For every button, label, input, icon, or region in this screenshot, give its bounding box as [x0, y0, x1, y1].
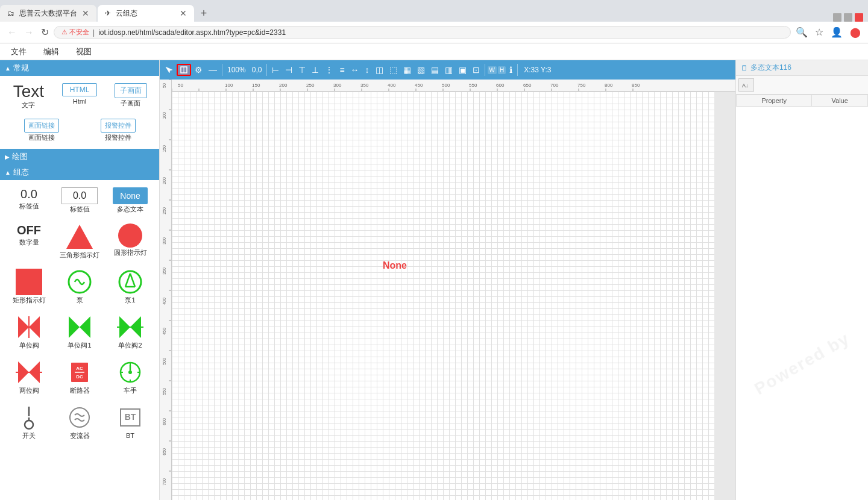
- minus-tool[interactable]: —: [206, 64, 219, 76]
- extension-button[interactable]: ⬤: [848, 24, 863, 40]
- svg-text:600: 600: [496, 83, 505, 88]
- svg-text:A↓: A↓: [742, 83, 749, 89]
- svg-point-22: [128, 370, 132, 374]
- changgui-row1: Text 文字 HTML Html 子画面 子画面: [0, 76, 159, 116]
- tool-a[interactable]: ◫: [373, 64, 386, 76]
- forward-button[interactable]: →: [22, 25, 36, 40]
- circle-icon: [118, 223, 142, 248]
- sidebar-item-kaiguan[interactable]: 开关: [5, 402, 53, 442]
- align-left[interactable]: ⊢: [269, 64, 281, 76]
- refresh-button[interactable]: ↻: [39, 24, 51, 40]
- valve2-red-icon: [16, 359, 42, 386]
- tab-yunzutai-close[interactable]: ✕: [180, 8, 187, 18]
- info-tool[interactable]: ℹ: [507, 64, 515, 76]
- sort-az-button[interactable]: A↓: [738, 78, 754, 92]
- sidebar-item-biaoqianzhi1[interactable]: 0.0 标签值: [5, 185, 53, 216]
- zhumian-button[interactable]: 子画面: [115, 83, 147, 98]
- sidebar-item-danweifa2[interactable]: 单位阀2: [106, 311, 154, 352]
- sidebar-item-beng[interactable]: 泵: [55, 266, 104, 307]
- tool-d[interactable]: ▧: [415, 64, 427, 76]
- right-panel: 🗒 多态文本116 A↓ Property Value Powered by: [735, 60, 868, 500]
- window-restore[interactable]: [844, 13, 852, 22]
- dist-v[interactable]: ↕: [363, 64, 372, 76]
- svg-text:300: 300: [162, 237, 166, 245]
- window-minimize[interactable]: [833, 13, 841, 22]
- svg-text:800: 800: [605, 83, 613, 88]
- label-h[interactable]: H: [498, 66, 506, 74]
- tab-yunzutai[interactable]: ✈ 云组态 ✕: [98, 5, 194, 22]
- tool-g[interactable]: ▣: [456, 64, 469, 76]
- canvas-grid[interactable]: None: [172, 92, 714, 500]
- tab-bar: 🗂 思普云大数据平台 ✕ ✈ 云组态 ✕ +: [0, 0, 868, 22]
- dist-h[interactable]: ↔: [348, 64, 362, 76]
- browser-chrome: 🗂 思普云大数据平台 ✕ ✈ 云组态 ✕ + ← → ↻ ⚠ 不安全 | iot…: [0, 0, 868, 43]
- settings-tool[interactable]: ⚙: [192, 64, 205, 76]
- none-display: None: [113, 187, 147, 204]
- menu-edit[interactable]: 编辑: [40, 45, 63, 58]
- sidebar-item-yuanxing[interactable]: 圆形指示灯: [106, 221, 154, 261]
- sidebar-item-liangweifa[interactable]: 两位阀: [5, 357, 53, 397]
- sidebar-item-biaoqianzhi2[interactable]: 0.0 标签值: [55, 185, 104, 216]
- align-center-h[interactable]: ⊣: [283, 64, 295, 76]
- align-right[interactable]: ⊤: [296, 64, 308, 76]
- tab-siyun[interactable]: 🗂 思普云大数据平台 ✕: [0, 5, 96, 22]
- sidebar-item-danweifa1[interactable]: 单位阀1: [55, 311, 104, 352]
- sidebar-item-bianliuqi[interactable]: 变流器: [55, 402, 104, 442]
- menu-view[interactable]: 视图: [72, 45, 95, 58]
- new-tab-button[interactable]: +: [195, 5, 212, 22]
- sidebar-item-shuziliang[interactable]: OFF 数字量: [5, 221, 53, 261]
- section-changgui[interactable]: ▲ 常规: [0, 60, 159, 76]
- cheshou-label: 车手: [124, 387, 137, 395]
- section-huitu[interactable]: ▶ 绘图: [0, 149, 159, 164]
- section-changgui-arrow: ▲: [5, 65, 11, 72]
- tool-e[interactable]: ▤: [429, 64, 441, 76]
- zoom-offset: 0,0: [250, 66, 265, 74]
- tool-h[interactable]: ⊡: [470, 64, 482, 76]
- sidebar-item-beng1[interactable]: 泵1: [106, 266, 154, 307]
- huamian-button[interactable]: 画面链接: [24, 119, 59, 133]
- valve-green1-icon: [66, 314, 93, 340]
- sidebar-item-html[interactable]: HTML Html: [56, 81, 104, 111]
- sidebar-item-cheshou[interactable]: 车手: [106, 357, 154, 397]
- menu-file[interactable]: 文件: [7, 45, 30, 58]
- tab-siyun-close[interactable]: ✕: [82, 8, 89, 18]
- tool-b[interactable]: ⬚: [387, 64, 400, 76]
- bookmark-button[interactable]: ☆: [813, 24, 826, 40]
- yuanxing-label: 圆形指示灯: [114, 249, 147, 257]
- back-button[interactable]: ←: [5, 25, 19, 40]
- label-w[interactable]: W: [488, 66, 497, 74]
- sidebar-item-text[interactable]: Text 文字: [5, 81, 52, 111]
- sidebar-item-baojing[interactable]: 报警控件 报警控件: [81, 116, 154, 144]
- sidebar-item-juxing[interactable]: 矩形指示灯: [5, 266, 53, 307]
- sidebar-item-duotai[interactable]: None 多态文本: [106, 185, 154, 216]
- window-close[interactable]: [855, 13, 863, 22]
- align-bottom[interactable]: ≡: [337, 64, 347, 76]
- tab-siyun-label: 思普云大数据平台: [19, 8, 77, 19]
- sidebar-item-danweifa[interactable]: 单位阀: [5, 311, 53, 352]
- sidebar-item-huamian[interactable]: 画面链接 画面链接: [5, 116, 78, 144]
- baojing-button[interactable]: 报警控件: [101, 119, 136, 133]
- svg-text:250: 250: [306, 83, 315, 88]
- active-tool[interactable]: [177, 64, 191, 76]
- address-bar[interactable]: ⚠ 不安全 | iot.idosp.net/html/scada/editor.…: [54, 26, 791, 39]
- html-button[interactable]: HTML: [62, 83, 98, 96]
- svg-text:150: 150: [162, 145, 166, 152]
- tab-yunzutai-label: 云组态: [116, 8, 137, 19]
- profile-button[interactable]: 👤: [828, 24, 845, 40]
- select-tool[interactable]: [162, 64, 175, 75]
- canvas-area[interactable]: None: [172, 92, 735, 500]
- biaoqianzhi1-label: 标签值: [19, 202, 39, 210]
- tool-f[interactable]: ▥: [442, 64, 455, 76]
- sidebar-item-zhumian[interactable]: 子画面 子画面: [107, 81, 154, 111]
- search-button[interactable]: 🔍: [793, 24, 810, 40]
- zutai-row6: 开关 变流器 BT BT: [0, 402, 159, 447]
- sidebar-item-sanjiao[interactable]: 三角形指示灯: [55, 221, 104, 261]
- toolbar-sep1: [222, 64, 222, 76]
- section-zutai[interactable]: ▲ 组态: [0, 164, 159, 180]
- tool-c[interactable]: ▦: [401, 64, 414, 76]
- align-center-v[interactable]: ⋮: [322, 64, 336, 76]
- align-top[interactable]: ⊥: [309, 64, 321, 76]
- off-display: OFF: [17, 223, 41, 237]
- sidebar-item-bt[interactable]: BT BT: [106, 402, 154, 442]
- sidebar-item-duanluqi[interactable]: AC DC 断路器: [55, 357, 104, 397]
